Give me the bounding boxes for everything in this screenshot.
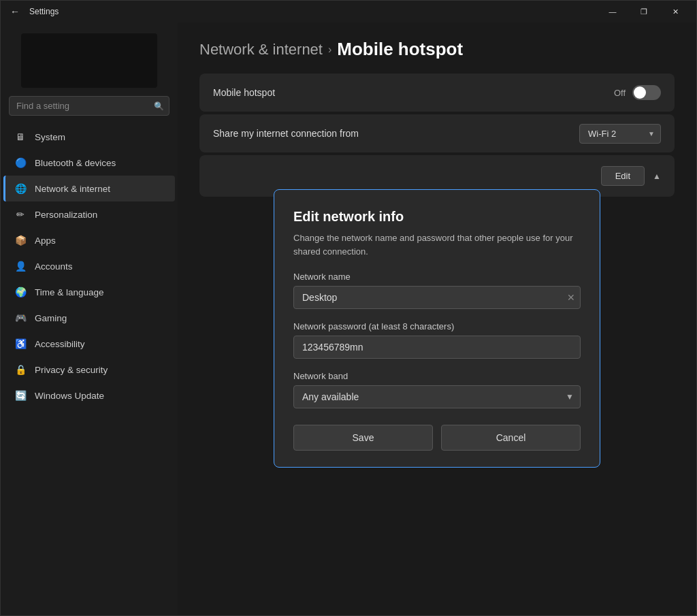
time-icon: 🌍 <box>14 286 27 298</box>
breadcrumb-sep: › <box>328 44 331 56</box>
main-content: Network & internet › Mobile hotspot Mobi… <box>178 22 696 615</box>
hotspot-row-inner: Mobile hotspot Off <box>213 74 661 112</box>
search-container: 🔍 <box>9 96 169 116</box>
wifi-dropdown[interactable]: Wi-Fi 2 ▼ <box>579 124 661 144</box>
title-bar: ← Settings — ❐ ✕ <box>1 1 696 22</box>
edit-dialog: Edit network info Change the network nam… <box>274 189 600 468</box>
accounts-icon: 👤 <box>14 260 27 272</box>
sidebar-item-accessibility[interactable]: ♿Accessibility <box>3 331 175 357</box>
dialog-description: Change the network name and password tha… <box>293 231 581 258</box>
minimize-button[interactable]: — <box>597 1 628 22</box>
sidebar-item-accounts[interactable]: 👤Accounts <box>3 253 175 279</box>
band-select-wrap: Any available2.4 GHz5 GHz ▼ <box>293 385 581 408</box>
privacy-icon: 🔒 <box>14 363 27 376</box>
back-button[interactable]: ← <box>6 3 24 20</box>
edit-section-header-right: Edit ▲ <box>601 166 661 186</box>
gaming-icon: 🎮 <box>14 312 27 324</box>
chevron-up-icon: ▲ <box>653 172 661 181</box>
sidebar-item-label-time: Time & language <box>35 287 104 297</box>
sidebar-item-personalization[interactable]: ✏Personalization <box>3 201 175 227</box>
password-input-wrap <box>293 336 581 359</box>
save-button[interactable]: Save <box>293 425 433 451</box>
password-label: Network password (at least 8 characters) <box>293 321 581 331</box>
breadcrumb: Network & internet › Mobile hotspot <box>199 39 675 60</box>
update-icon: 🔄 <box>14 389 27 402</box>
network-name-input[interactable] <box>293 286 581 309</box>
sidebar-item-label-network: Network & internet <box>35 184 110 194</box>
content-area: Mobile hotspot Off Share my internet con… <box>178 74 696 216</box>
network-name-input-wrap: ✕ <box>293 286 581 309</box>
page-header: Network & internet › Mobile hotspot <box>178 22 696 74</box>
title-bar-left: ← Settings <box>6 3 59 20</box>
hotspot-row: Mobile hotspot Off <box>199 74 675 112</box>
sidebar-item-time[interactable]: 🌍Time & language <box>3 279 175 305</box>
sidebar-item-update[interactable]: 🔄Windows Update <box>3 383 175 408</box>
sidebar: 🔍 🖥System🔵Bluetooth & devices🌐Network & … <box>1 22 178 615</box>
share-row-inner: Share my internet connection from Wi-Fi … <box>213 114 661 152</box>
hotspot-control: Off <box>614 85 661 100</box>
dialog-actions: Save Cancel <box>293 425 581 451</box>
search-icon: 🔍 <box>154 101 164 111</box>
search-input[interactable] <box>9 96 169 116</box>
sidebar-item-label-personalization: Personalization <box>35 210 97 220</box>
app-body: 🔍 🖥System🔵Bluetooth & devices🌐Network & … <box>1 22 696 615</box>
sidebar-item-label-system: System <box>35 132 65 142</box>
settings-window: ← Settings — ❐ ✕ 🔍 🖥System🔵Bluetooth & d… <box>0 0 697 616</box>
dialog-title: Edit network info <box>293 209 581 225</box>
sidebar-item-network[interactable]: 🌐Network & internet <box>3 176 175 201</box>
sidebar-item-apps[interactable]: 📦Apps <box>3 227 175 253</box>
sidebar-item-bluetooth[interactable]: 🔵Bluetooth & devices <box>3 150 175 176</box>
edit-button[interactable]: Edit <box>601 166 645 186</box>
sidebar-item-label-privacy: Privacy & security <box>35 365 108 375</box>
band-select[interactable]: Any available2.4 GHz5 GHz <box>293 385 581 408</box>
apps-icon: 📦 <box>14 234 27 246</box>
wifi-dropdown-value: Wi-Fi 2 <box>588 129 616 139</box>
sidebar-item-label-accounts: Accounts <box>35 261 73 272</box>
user-avatar <box>21 33 157 88</box>
sidebar-nav: 🖥System🔵Bluetooth & devices🌐Network & in… <box>1 124 178 408</box>
hotspot-toggle-label: Off <box>614 88 626 98</box>
personalization-icon: ✏ <box>14 208 27 221</box>
window-controls: — ❐ ✕ <box>597 1 691 22</box>
close-button[interactable]: ✕ <box>660 1 691 22</box>
share-label: Share my internet connection from <box>213 128 359 139</box>
breadcrumb-parent: Network & internet <box>199 41 323 59</box>
sidebar-item-gaming[interactable]: 🎮Gaming <box>3 305 175 331</box>
network-name-clear-button[interactable]: ✕ <box>567 292 575 303</box>
cancel-button[interactable]: Cancel <box>441 425 581 451</box>
maximize-button[interactable]: ❐ <box>628 1 660 22</box>
password-input[interactable] <box>293 336 581 359</box>
sidebar-item-label-gaming: Gaming <box>35 313 67 323</box>
sidebar-item-label-accessibility: Accessibility <box>35 339 85 349</box>
bluetooth-icon: 🔵 <box>14 157 27 169</box>
network-icon: 🌐 <box>14 182 27 195</box>
breadcrumb-current: Mobile hotspot <box>337 39 463 60</box>
hotspot-label: Mobile hotspot <box>213 87 275 98</box>
network-name-label: Network name <box>293 272 581 282</box>
sidebar-item-label-bluetooth: Bluetooth & devices <box>35 158 116 168</box>
window-title: Settings <box>29 7 59 16</box>
toggle-knob <box>634 86 646 99</box>
sidebar-item-privacy[interactable]: 🔒Privacy & security <box>3 357 175 383</box>
sidebar-item-label-apps: Apps <box>35 236 56 246</box>
system-icon: 🖥 <box>14 131 27 143</box>
dropdown-arrow-icon: ▼ <box>648 130 655 137</box>
share-row: Share my internet connection from Wi-Fi … <box>199 114 675 152</box>
accessibility-icon: ♿ <box>14 338 27 350</box>
share-control: Wi-Fi 2 ▼ <box>579 124 661 144</box>
hotspot-toggle[interactable] <box>632 85 661 100</box>
band-label: Network band <box>293 371 581 381</box>
sidebar-item-label-update: Windows Update <box>35 391 104 401</box>
sidebar-item-system[interactable]: 🖥System <box>3 124 175 150</box>
